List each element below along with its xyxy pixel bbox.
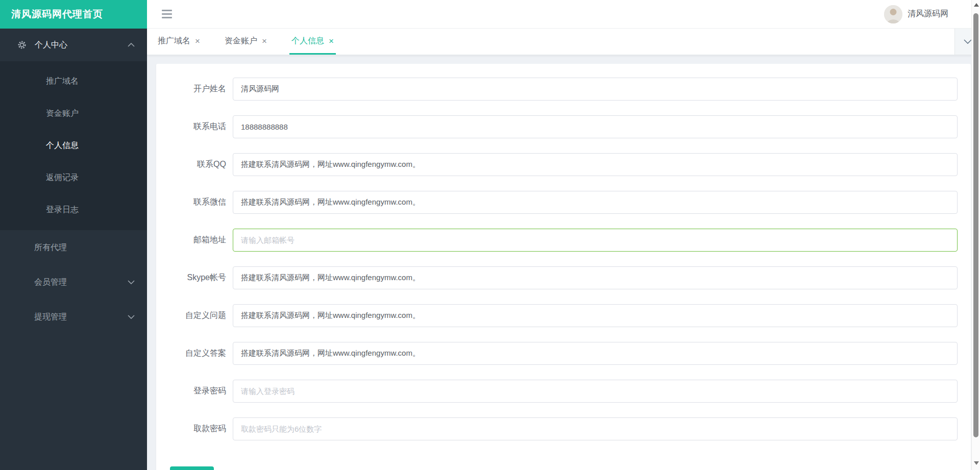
sidebar-item-label: 资金账户 (46, 108, 79, 119)
contact-qq-input[interactable] (233, 153, 958, 176)
form-row: 邮箱地址 (156, 229, 971, 252)
account-name-label: 开户姓名 (156, 84, 233, 94)
security-question-input[interactable] (233, 304, 958, 327)
form-row: Skype帐号 (156, 266, 971, 289)
security-question-label: 自定义问题 (156, 310, 233, 321)
form-row: 自定义答案 (156, 342, 971, 365)
content-area: 开户姓名 联系电话 联系QQ 联系微信 邮箱地址 (147, 55, 980, 470)
sidebar-item-label: 会员管理 (34, 277, 67, 288)
skype-input[interactable] (233, 266, 958, 289)
form-row: 联系QQ (156, 153, 971, 176)
contact-wechat-label: 联系微信 (156, 197, 233, 208)
sidebar-item-member-management[interactable]: 会员管理 (0, 265, 147, 300)
close-icon[interactable]: × (195, 37, 200, 45)
sidebar-menu: 个人中心 推广域名 资金账户 个人信息 返佣记录 (0, 29, 147, 470)
avatar (884, 5, 902, 23)
chevron-up-icon (128, 43, 135, 47)
withdraw-password-label: 取款密码 (156, 424, 233, 434)
scrollbar-up-arrow-icon[interactable] (974, 3, 979, 7)
sidebar-item-personal-center[interactable]: 个人中心 (0, 29, 147, 61)
sidebar-item-rebate-records[interactable]: 返佣记录 (0, 162, 147, 194)
tab-label: 个人信息 (291, 36, 324, 46)
email-input[interactable] (233, 229, 958, 252)
contact-qq-label: 联系QQ (156, 159, 233, 170)
contact-wechat-input[interactable] (233, 191, 958, 214)
form-row: 登录密码 (156, 380, 971, 403)
tab-personal-info[interactable]: 个人信息 × (289, 29, 336, 55)
user-menu[interactable]: 清风源码网 (884, 5, 948, 23)
left-column: 清风源码网代理首页 个人中心 推广域名 资金 (0, 0, 147, 470)
app-logo: 清风源码网代理首页 (0, 0, 147, 29)
sidebar-item-all-agents[interactable]: 所有代理 (0, 230, 147, 265)
tab-label: 资金账户 (225, 36, 257, 46)
sidebar-item-label: 个人信息 (46, 140, 79, 151)
form-row: 取款密码 (156, 417, 971, 440)
tab-fund-account[interactable]: 资金账户 × (223, 29, 269, 55)
tab-promo-domain[interactable]: 推广域名 × (156, 29, 202, 55)
skype-label: Skype帐号 (156, 273, 233, 283)
user-name: 清风源码网 (908, 9, 948, 19)
chevron-down-icon (128, 315, 135, 319)
sidebar-group-label: 个人中心 (35, 40, 67, 51)
security-answer-input[interactable] (233, 342, 958, 365)
sidebar-item-promo-domain[interactable]: 推广域名 (0, 65, 147, 97)
sidebar-item-personal-info[interactable]: 个人信息 (0, 130, 147, 162)
personal-center-submenu: 推广域名 资金账户 个人信息 返佣记录 登录日志 (0, 61, 147, 230)
chevron-down-icon (128, 280, 135, 284)
email-label: 邮箱地址 (156, 235, 233, 245)
sidebar-item-label: 返佣记录 (46, 172, 79, 183)
sidebar-item-label: 所有代理 (34, 242, 67, 253)
login-password-label: 登录密码 (156, 386, 233, 397)
form-row: 联系电话 (156, 115, 971, 138)
close-icon[interactable]: × (329, 37, 334, 45)
tab-label: 推广域名 (158, 36, 190, 46)
confirm-button[interactable]: 确定 (170, 466, 214, 470)
contact-phone-input[interactable] (233, 115, 958, 138)
vertical-scrollbar[interactable] (971, 0, 980, 470)
sidebar-item-label: 推广域名 (46, 76, 79, 87)
form-row: 开户姓名 (156, 78, 971, 101)
scrollbar-thumb[interactable] (973, 13, 978, 437)
security-answer-label: 自定义答案 (156, 348, 233, 359)
tabs: 推广域名 × 资金账户 × 个人信息 × (147, 29, 356, 55)
app-window: 清风源码网代理首页 个人中心 推广域名 资金 (0, 0, 980, 470)
sidebar-item-withdrawal-management[interactable]: 提现管理 (0, 300, 147, 334)
right-column: 清风源码网 推广域名 × 资金账户 × 个人信息 × (147, 0, 980, 470)
sidebar-item-label: 提现管理 (34, 312, 67, 323)
chevron-down-icon (964, 39, 972, 44)
gear-icon (17, 40, 27, 50)
login-password-input[interactable] (233, 380, 958, 403)
form-row: 联系微信 (156, 191, 971, 214)
contact-phone-label: 联系电话 (156, 121, 233, 132)
sidebar-item-fund-account[interactable]: 资金账户 (0, 97, 147, 130)
scrollbar-down-arrow-icon[interactable] (974, 461, 979, 465)
tab-bar: 推广域名 × 资金账户 × 个人信息 × (147, 29, 980, 55)
withdraw-password-input[interactable] (233, 417, 958, 440)
form-row: 自定义问题 (156, 304, 971, 327)
hamburger-menu-icon[interactable] (161, 5, 173, 23)
close-icon[interactable]: × (262, 37, 267, 45)
sidebar-item-login-logs[interactable]: 登录日志 (0, 194, 147, 226)
top-bar: 清风源码网 (147, 0, 980, 29)
personal-info-form-card: 开户姓名 联系电话 联系QQ 联系微信 邮箱地址 (156, 64, 971, 470)
account-name-input[interactable] (233, 78, 958, 101)
sidebar-item-label: 登录日志 (46, 205, 79, 215)
